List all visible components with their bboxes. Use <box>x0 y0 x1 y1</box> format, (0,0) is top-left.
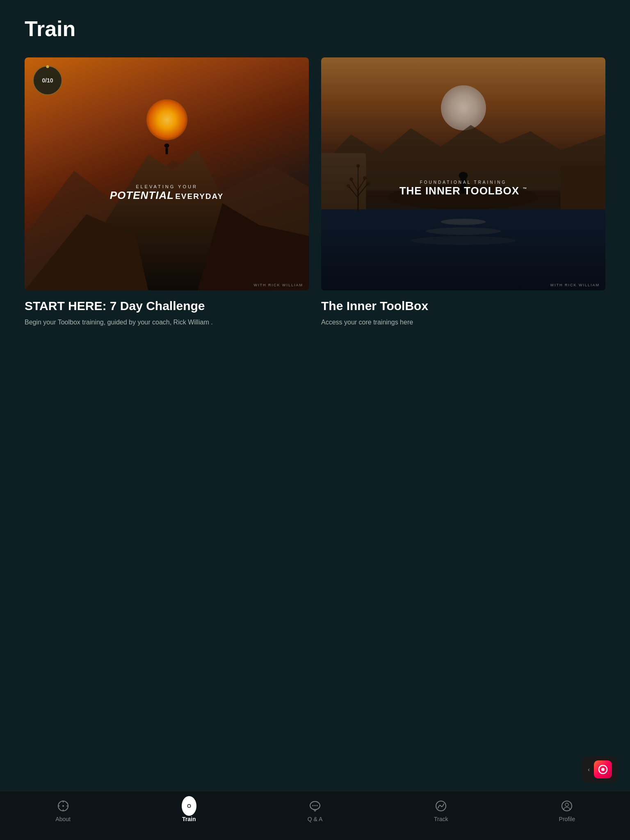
svg-point-14 <box>426 228 500 235</box>
card2-text: FOUNDATIONAL TRAINING THE INNER TOOLBOX … <box>399 180 527 197</box>
card2-background: FOUNDATIONAL TRAINING THE INNER TOOLBOX … <box>321 57 605 290</box>
nav-qa-label: Q & A <box>308 816 323 822</box>
nav-item-train[interactable]: Train <box>126 799 252 822</box>
card2-title: The Inner ToolBox <box>321 299 605 313</box>
card2-subtitle: FOUNDATIONAL TRAINING <box>399 180 527 185</box>
svg-line-18 <box>358 185 367 196</box>
card-7day-challenge[interactable]: ELEVATING YOUR POTENTIAL EVERYDAY WITH R… <box>25 57 309 778</box>
svg-point-44 <box>565 803 568 806</box>
svg-point-37 <box>188 805 190 807</box>
svg-point-11 <box>459 172 468 179</box>
nav-about-label: About <box>55 816 71 822</box>
card2-title-image: THE INNER TOOLBOX ™ <box>399 185 527 197</box>
card1-title: START HERE: 7 Day Challenge <box>25 299 309 313</box>
svg-point-23 <box>350 178 354 181</box>
widget-arrow-icon: ‹ <box>588 766 590 773</box>
svg-point-40 <box>315 805 316 806</box>
card1-info: START HERE: 7 Day Challenge Begin your T… <box>25 290 309 331</box>
svg-line-19 <box>352 180 358 192</box>
svg-point-5 <box>164 144 169 148</box>
widget-inner-icon <box>598 764 608 775</box>
progress-badge: 0/10 <box>33 66 62 95</box>
profile-icon <box>559 799 574 813</box>
svg-point-28 <box>601 768 605 771</box>
page-title: Train <box>25 16 605 41</box>
card1-text: ELEVATING YOUR POTENTIAL EVERYDAY <box>110 184 224 202</box>
page-header: Train <box>0 0 630 49</box>
cards-grid: ELEVATING YOUR POTENTIAL EVERYDAY WITH R… <box>0 49 630 787</box>
card1-title-rest: EVERYDAY <box>175 192 224 201</box>
card1-image[interactable]: ELEVATING YOUR POTENTIAL EVERYDAY WITH R… <box>25 57 309 290</box>
chat-icon <box>308 799 322 813</box>
nav-train-label: Train <box>182 816 196 822</box>
floating-widget[interactable]: ‹ <box>582 756 618 783</box>
page-container: Train <box>0 0 630 840</box>
svg-point-39 <box>313 805 314 806</box>
svg-point-24 <box>363 176 367 180</box>
svg-point-30 <box>62 805 64 807</box>
card1-title-italic: POTENTIAL <box>110 189 174 202</box>
card1-mountain-svg <box>25 127 309 290</box>
progress-dot <box>46 65 49 68</box>
svg-point-15 <box>411 236 516 245</box>
train-icon <box>182 799 196 813</box>
bottom-nav: About Train Q & A <box>0 791 630 840</box>
card2-image[interactable]: FOUNDATIONAL TRAINING THE INNER TOOLBOX … <box>321 57 605 290</box>
card1-description: Begin your Toolbox training, guided by y… <box>25 317 309 327</box>
svg-point-13 <box>441 219 486 225</box>
card2-description: Access your core trainings here <box>321 317 605 327</box>
nav-item-profile[interactable]: Profile <box>504 799 630 822</box>
svg-point-41 <box>317 805 318 806</box>
card1-author: WITH RICK WILLIAM <box>253 283 303 287</box>
svg-point-25 <box>347 185 350 188</box>
card2-info: The Inner ToolBox Access your core train… <box>321 290 605 331</box>
card1-background: ELEVATING YOUR POTENTIAL EVERYDAY WITH R… <box>25 57 309 290</box>
svg-rect-4 <box>165 148 168 155</box>
card1-subtitle: ELEVATING YOUR <box>110 184 224 189</box>
nav-item-track[interactable]: Track <box>378 799 504 822</box>
progress-label: 0/10 <box>42 77 53 84</box>
card2-tree-svg <box>344 162 372 216</box>
nav-item-qa[interactable]: Q & A <box>252 799 378 822</box>
nav-track-label: Track <box>434 816 448 822</box>
track-icon <box>434 799 448 813</box>
nav-item-about[interactable]: About <box>0 799 126 822</box>
widget-app-icon[interactable] <box>594 760 612 778</box>
svg-point-26 <box>366 182 370 186</box>
compass-icon <box>56 799 71 813</box>
nav-profile-label: Profile <box>559 816 575 822</box>
card2-author: WITH RICK WILLIAM <box>550 283 600 287</box>
svg-point-22 <box>356 164 360 168</box>
card-inner-toolbox[interactable]: FOUNDATIONAL TRAINING THE INNER TOOLBOX … <box>321 57 605 778</box>
